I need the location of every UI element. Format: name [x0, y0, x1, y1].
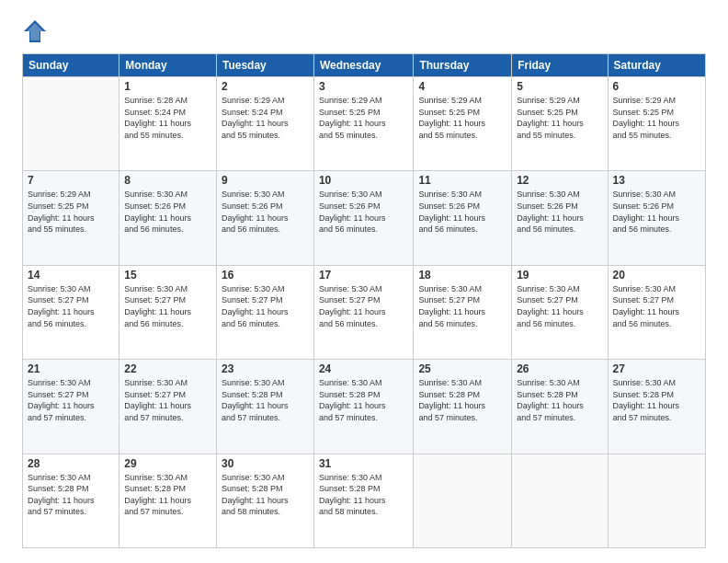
calendar-cell: 12Sunrise: 5:30 AM Sunset: 5:26 PM Dayli…	[512, 171, 608, 265]
calendar-week-4: 21Sunrise: 5:30 AM Sunset: 5:27 PM Dayli…	[23, 360, 706, 454]
day-number: 4	[418, 80, 506, 93]
calendar-cell: 9Sunrise: 5:30 AM Sunset: 5:26 PM Daylig…	[216, 171, 313, 265]
calendar-cell: 31Sunrise: 5:30 AM Sunset: 5:28 PM Dayli…	[313, 454, 413, 547]
day-number: 30	[222, 457, 309, 470]
calendar-cell: 14Sunrise: 5:30 AM Sunset: 5:27 PM Dayli…	[23, 265, 119, 359]
day-number: 6	[613, 80, 700, 93]
day-info: Sunrise: 5:30 AM Sunset: 5:28 PM Dayligh…	[418, 377, 506, 423]
calendar-cell: 4Sunrise: 5:29 AM Sunset: 5:25 PM Daylig…	[414, 77, 512, 171]
weekday-header-monday: Monday	[119, 54, 217, 77]
calendar-week-5: 28Sunrise: 5:30 AM Sunset: 5:28 PM Dayli…	[23, 454, 706, 547]
day-number: 20	[613, 269, 700, 282]
day-number: 8	[124, 174, 211, 187]
logo-icon	[22, 18, 48, 44]
day-number: 5	[517, 80, 602, 93]
day-info: Sunrise: 5:30 AM Sunset: 5:28 PM Dayligh…	[28, 472, 114, 518]
calendar-cell: 6Sunrise: 5:29 AM Sunset: 5:25 PM Daylig…	[608, 77, 705, 171]
day-info: Sunrise: 5:30 AM Sunset: 5:26 PM Dayligh…	[418, 189, 506, 235]
calendar-cell: 10Sunrise: 5:30 AM Sunset: 5:26 PM Dayli…	[313, 171, 413, 265]
day-number: 7	[28, 174, 114, 187]
day-info: Sunrise: 5:29 AM Sunset: 5:25 PM Dayligh…	[319, 95, 408, 141]
calendar-week-2: 7Sunrise: 5:29 AM Sunset: 5:25 PM Daylig…	[23, 171, 706, 265]
calendar-cell	[23, 77, 119, 171]
weekday-header-tuesday: Tuesday	[216, 54, 313, 77]
weekday-header-saturday: Saturday	[608, 54, 705, 77]
day-info: Sunrise: 5:30 AM Sunset: 5:28 PM Dayligh…	[319, 472, 408, 518]
calendar-cell: 3Sunrise: 5:29 AM Sunset: 5:25 PM Daylig…	[313, 77, 413, 171]
calendar-cell: 18Sunrise: 5:30 AM Sunset: 5:27 PM Dayli…	[414, 265, 512, 359]
day-info: Sunrise: 5:30 AM Sunset: 5:26 PM Dayligh…	[613, 189, 700, 235]
day-number: 14	[28, 269, 114, 282]
day-info: Sunrise: 5:30 AM Sunset: 5:26 PM Dayligh…	[319, 189, 408, 235]
day-number: 28	[28, 457, 114, 470]
day-number: 29	[124, 457, 211, 470]
logo	[22, 18, 53, 44]
calendar-cell: 20Sunrise: 5:30 AM Sunset: 5:27 PM Dayli…	[608, 265, 705, 359]
calendar-cell	[608, 454, 705, 547]
weekday-header-friday: Friday	[512, 54, 608, 77]
day-number: 19	[517, 269, 602, 282]
header	[22, 18, 706, 44]
calendar-cell: 25Sunrise: 5:30 AM Sunset: 5:28 PM Dayli…	[414, 360, 512, 454]
calendar-cell: 5Sunrise: 5:29 AM Sunset: 5:25 PM Daylig…	[512, 77, 608, 171]
day-number: 21	[28, 362, 114, 375]
day-number: 9	[222, 174, 309, 187]
day-number: 26	[517, 362, 602, 375]
day-number: 25	[418, 362, 506, 375]
day-number: 10	[319, 174, 408, 187]
day-number: 1	[124, 80, 211, 93]
day-info: Sunrise: 5:30 AM Sunset: 5:27 PM Dayligh…	[418, 283, 506, 329]
day-number: 15	[124, 269, 211, 282]
day-info: Sunrise: 5:30 AM Sunset: 5:26 PM Dayligh…	[517, 189, 602, 235]
day-number: 3	[319, 80, 408, 93]
day-number: 16	[222, 269, 309, 282]
day-info: Sunrise: 5:30 AM Sunset: 5:28 PM Dayligh…	[613, 377, 700, 423]
weekday-header-thursday: Thursday	[414, 54, 512, 77]
day-info: Sunrise: 5:30 AM Sunset: 5:27 PM Dayligh…	[124, 377, 211, 423]
calendar-week-1: 1Sunrise: 5:28 AM Sunset: 5:24 PM Daylig…	[23, 77, 706, 171]
calendar-cell: 29Sunrise: 5:30 AM Sunset: 5:28 PM Dayli…	[119, 454, 217, 547]
day-info: Sunrise: 5:30 AM Sunset: 5:28 PM Dayligh…	[517, 377, 602, 423]
page: SundayMondayTuesdayWednesdayThursdayFrid…	[0, 0, 728, 563]
calendar-table: SundayMondayTuesdayWednesdayThursdayFrid…	[22, 53, 706, 548]
day-info: Sunrise: 5:30 AM Sunset: 5:26 PM Dayligh…	[222, 189, 309, 235]
day-info: Sunrise: 5:30 AM Sunset: 5:27 PM Dayligh…	[28, 377, 114, 423]
day-info: Sunrise: 5:29 AM Sunset: 5:25 PM Dayligh…	[613, 95, 700, 141]
calendar-cell: 13Sunrise: 5:30 AM Sunset: 5:26 PM Dayli…	[608, 171, 705, 265]
day-info: Sunrise: 5:30 AM Sunset: 5:27 PM Dayligh…	[319, 283, 408, 329]
weekday-header-sunday: Sunday	[23, 54, 119, 77]
calendar-cell: 2Sunrise: 5:29 AM Sunset: 5:24 PM Daylig…	[216, 77, 313, 171]
day-info: Sunrise: 5:30 AM Sunset: 5:28 PM Dayligh…	[319, 377, 408, 423]
calendar-cell: 23Sunrise: 5:30 AM Sunset: 5:28 PM Dayli…	[216, 360, 313, 454]
weekday-header-wednesday: Wednesday	[313, 54, 413, 77]
calendar-cell: 24Sunrise: 5:30 AM Sunset: 5:28 PM Dayli…	[313, 360, 413, 454]
day-info: Sunrise: 5:30 AM Sunset: 5:28 PM Dayligh…	[124, 472, 211, 518]
day-info: Sunrise: 5:29 AM Sunset: 5:24 PM Dayligh…	[222, 95, 309, 141]
calendar-cell: 7Sunrise: 5:29 AM Sunset: 5:25 PM Daylig…	[23, 171, 119, 265]
calendar-cell: 26Sunrise: 5:30 AM Sunset: 5:28 PM Dayli…	[512, 360, 608, 454]
day-info: Sunrise: 5:29 AM Sunset: 5:25 PM Dayligh…	[28, 189, 114, 235]
calendar-cell: 11Sunrise: 5:30 AM Sunset: 5:26 PM Dayli…	[414, 171, 512, 265]
calendar-cell: 27Sunrise: 5:30 AM Sunset: 5:28 PM Dayli…	[608, 360, 705, 454]
calendar-week-3: 14Sunrise: 5:30 AM Sunset: 5:27 PM Dayli…	[23, 265, 706, 359]
day-info: Sunrise: 5:30 AM Sunset: 5:28 PM Dayligh…	[222, 472, 309, 518]
day-number: 11	[418, 174, 506, 187]
calendar-cell: 19Sunrise: 5:30 AM Sunset: 5:27 PM Dayli…	[512, 265, 608, 359]
day-info: Sunrise: 5:30 AM Sunset: 5:27 PM Dayligh…	[124, 283, 211, 329]
calendar-cell: 22Sunrise: 5:30 AM Sunset: 5:27 PM Dayli…	[119, 360, 217, 454]
day-info: Sunrise: 5:30 AM Sunset: 5:27 PM Dayligh…	[517, 283, 602, 329]
svg-marker-1	[27, 23, 43, 40]
day-info: Sunrise: 5:29 AM Sunset: 5:25 PM Dayligh…	[418, 95, 506, 141]
day-number: 2	[222, 80, 309, 93]
day-number: 22	[124, 362, 211, 375]
day-number: 24	[319, 362, 408, 375]
day-number: 18	[418, 269, 506, 282]
day-info: Sunrise: 5:30 AM Sunset: 5:27 PM Dayligh…	[222, 283, 309, 329]
calendar-cell	[414, 454, 512, 547]
calendar-cell: 21Sunrise: 5:30 AM Sunset: 5:27 PM Dayli…	[23, 360, 119, 454]
day-number: 17	[319, 269, 408, 282]
day-number: 31	[319, 457, 408, 470]
day-info: Sunrise: 5:30 AM Sunset: 5:27 PM Dayligh…	[28, 283, 114, 329]
calendar-cell: 16Sunrise: 5:30 AM Sunset: 5:27 PM Dayli…	[216, 265, 313, 359]
day-info: Sunrise: 5:29 AM Sunset: 5:25 PM Dayligh…	[517, 95, 602, 141]
